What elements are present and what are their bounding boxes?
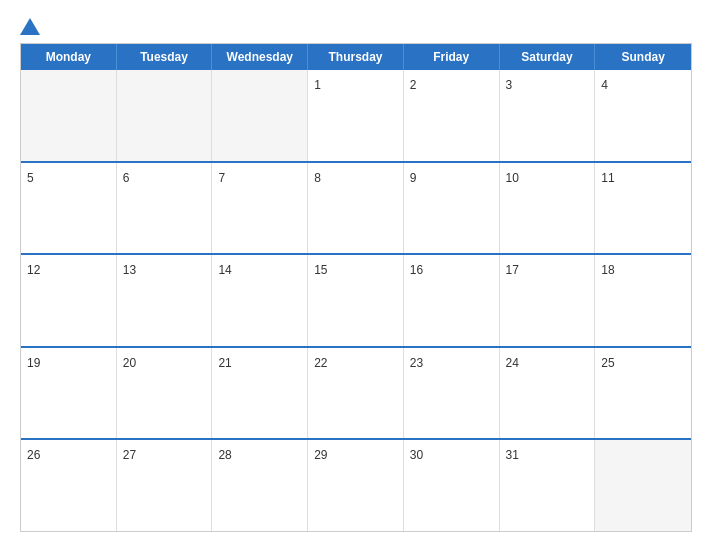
calendar-cell: 14 [212, 255, 308, 346]
calendar-page: MondayTuesdayWednesdayThursdayFridaySatu… [0, 0, 712, 550]
calendar-cell: 7 [212, 163, 308, 254]
day-number: 12 [27, 263, 40, 277]
calendar-cell: 17 [500, 255, 596, 346]
day-number: 23 [410, 356, 423, 370]
calendar-header: MondayTuesdayWednesdayThursdayFridaySatu… [21, 44, 691, 70]
day-number: 4 [601, 78, 608, 92]
day-number: 3 [506, 78, 513, 92]
day-number: 22 [314, 356, 327, 370]
calendar-cell: 24 [500, 348, 596, 439]
calendar-header-cell: Friday [404, 44, 500, 70]
day-number: 10 [506, 171, 519, 185]
day-number: 19 [27, 356, 40, 370]
day-number: 9 [410, 171, 417, 185]
calendar: MondayTuesdayWednesdayThursdayFridaySatu… [20, 43, 692, 532]
day-number: 20 [123, 356, 136, 370]
calendar-cell: 28 [212, 440, 308, 531]
calendar-cell: 15 [308, 255, 404, 346]
calendar-cell: 26 [21, 440, 117, 531]
day-number: 6 [123, 171, 130, 185]
day-number: 13 [123, 263, 136, 277]
day-number: 29 [314, 448, 327, 462]
calendar-cell: 3 [500, 70, 596, 161]
calendar-header-cell: Tuesday [117, 44, 213, 70]
calendar-cell: 4 [595, 70, 691, 161]
day-number: 2 [410, 78, 417, 92]
calendar-cell: 30 [404, 440, 500, 531]
calendar-week: 262728293031 [21, 438, 691, 531]
logo-blue-row [20, 18, 43, 35]
logo [20, 18, 43, 35]
calendar-cell: 5 [21, 163, 117, 254]
calendar-week: 12131415161718 [21, 253, 691, 346]
day-number: 31 [506, 448, 519, 462]
calendar-cell: 23 [404, 348, 500, 439]
calendar-cell: 10 [500, 163, 596, 254]
calendar-header-cell: Monday [21, 44, 117, 70]
calendar-cell: 2 [404, 70, 500, 161]
calendar-cell [595, 440, 691, 531]
day-number: 30 [410, 448, 423, 462]
calendar-week: 567891011 [21, 161, 691, 254]
calendar-cell: 29 [308, 440, 404, 531]
calendar-header-cell: Thursday [308, 44, 404, 70]
calendar-body: 1234567891011121314151617181920212223242… [21, 70, 691, 531]
calendar-header-cell: Sunday [595, 44, 691, 70]
calendar-week: 19202122232425 [21, 346, 691, 439]
calendar-cell: 31 [500, 440, 596, 531]
day-number: 27 [123, 448, 136, 462]
day-number: 15 [314, 263, 327, 277]
day-number: 11 [601, 171, 614, 185]
calendar-cell: 1 [308, 70, 404, 161]
calendar-cell: 8 [308, 163, 404, 254]
calendar-header-cell: Saturday [500, 44, 596, 70]
day-number: 25 [601, 356, 614, 370]
calendar-cell [21, 70, 117, 161]
calendar-cell [117, 70, 213, 161]
calendar-cell: 27 [117, 440, 213, 531]
day-number: 8 [314, 171, 321, 185]
logo-triangle-icon [20, 18, 40, 35]
calendar-cell: 20 [117, 348, 213, 439]
day-number: 1 [314, 78, 321, 92]
day-number: 21 [218, 356, 231, 370]
calendar-cell: 9 [404, 163, 500, 254]
calendar-cell: 25 [595, 348, 691, 439]
day-number: 16 [410, 263, 423, 277]
day-number: 28 [218, 448, 231, 462]
calendar-cell: 13 [117, 255, 213, 346]
calendar-cell: 6 [117, 163, 213, 254]
day-number: 26 [27, 448, 40, 462]
day-number: 24 [506, 356, 519, 370]
day-number: 18 [601, 263, 614, 277]
calendar-cell: 12 [21, 255, 117, 346]
calendar-cell [212, 70, 308, 161]
day-number: 14 [218, 263, 231, 277]
calendar-cell: 18 [595, 255, 691, 346]
calendar-cell: 11 [595, 163, 691, 254]
day-number: 5 [27, 171, 34, 185]
calendar-cell: 19 [21, 348, 117, 439]
calendar-header-cell: Wednesday [212, 44, 308, 70]
calendar-cell: 21 [212, 348, 308, 439]
calendar-week: 1234 [21, 70, 691, 161]
day-number: 17 [506, 263, 519, 277]
day-number: 7 [218, 171, 225, 185]
calendar-cell: 22 [308, 348, 404, 439]
header [20, 18, 692, 35]
calendar-cell: 16 [404, 255, 500, 346]
